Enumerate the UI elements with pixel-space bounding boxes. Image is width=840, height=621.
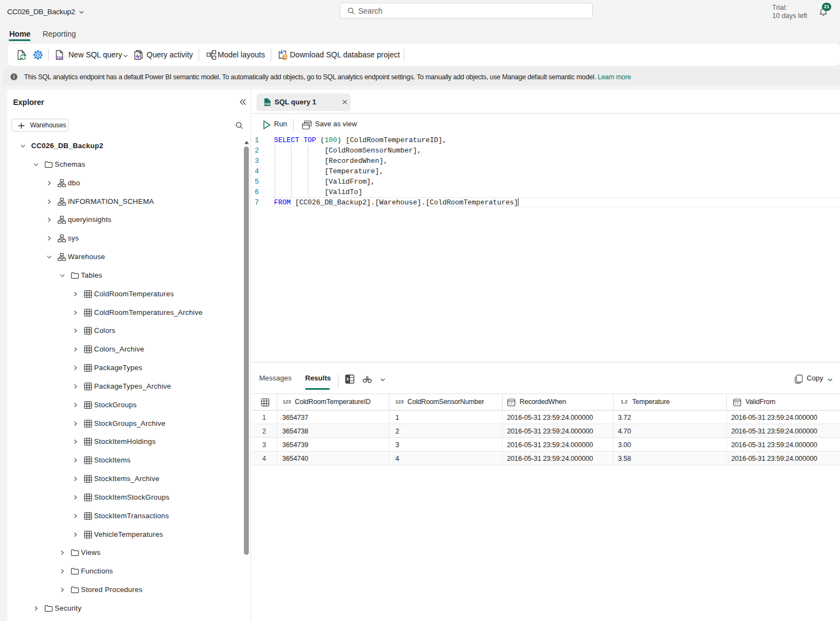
svg-text:SQL: SQL [265, 102, 271, 106]
svg-text:SQL: SQL [56, 56, 63, 59]
